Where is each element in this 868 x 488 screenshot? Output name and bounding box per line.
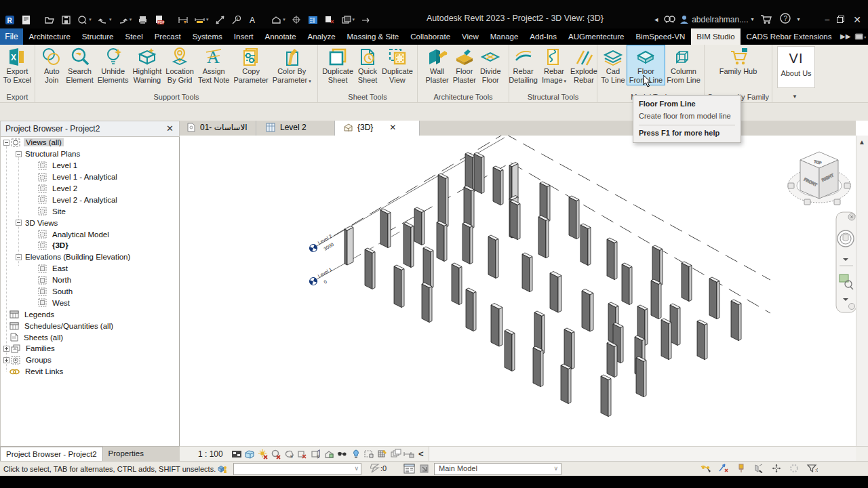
svg-text:1: 1	[237, 16, 239, 20]
svg-text:0: 0	[323, 279, 328, 285]
svg-text:9: 9	[317, 454, 319, 459]
svg-text:9: 9	[290, 454, 293, 459]
svg-text:?: ?	[783, 15, 787, 22]
svg-text:X: X	[11, 53, 16, 62]
svg-text:3000: 3000	[323, 242, 334, 251]
svg-text:R: R	[7, 16, 12, 24]
svg-text:▾: ▾	[865, 35, 867, 39]
svg-text:A: A	[250, 16, 255, 25]
svg-text:Level 1: Level 1	[317, 267, 333, 279]
svg-text:PDF: PDF	[157, 20, 164, 24]
svg-text::0: :0	[815, 468, 818, 472]
